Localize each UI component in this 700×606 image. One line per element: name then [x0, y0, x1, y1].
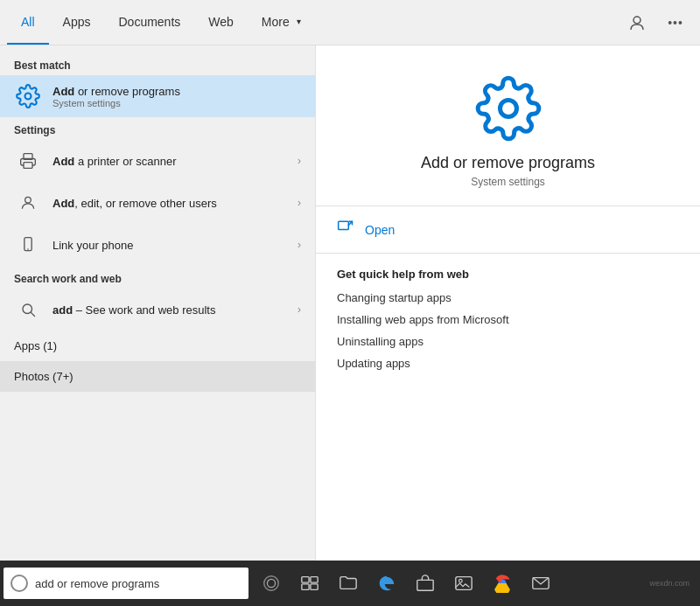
phone-chevron: › [298, 239, 301, 251]
task-view-icon [300, 574, 319, 593]
chrome-icon [493, 574, 512, 593]
taskbar-chrome[interactable] [483, 561, 522, 606]
taskbar-store[interactable] [406, 561, 444, 606]
tab-web[interactable]: Web [194, 0, 248, 45]
right-panel: Add or remove programs System settings O… [315, 45, 700, 561]
quick-help-title: Get quick help from web [337, 268, 679, 281]
svg-point-10 [267, 579, 275, 587]
best-match-bold: Add [52, 85, 74, 98]
phone-text: Link your phone [52, 239, 298, 252]
search-work-label: Search work and web [0, 266, 315, 289]
svg-point-3 [25, 197, 32, 203]
app-subtitle: System settings [471, 176, 545, 188]
taskbar-cortana[interactable] [252, 561, 290, 606]
svg-rect-14 [311, 584, 318, 589]
phone-icon [14, 231, 42, 259]
photos-icon [454, 574, 473, 593]
svg-rect-15 [417, 580, 433, 590]
search-circle-icon [10, 575, 28, 592]
best-match-subtitle: System settings [52, 98, 301, 108]
more-icon-btn[interactable]: ••• [658, 5, 693, 40]
chevron-down-icon: ▾ [297, 17, 301, 26]
nav-right-actions: ••• [620, 5, 693, 40]
users-bold: Add [52, 197, 74, 210]
tab-apps[interactable]: Apps [49, 0, 105, 45]
taskbar-edge[interactable] [368, 561, 406, 606]
quick-help-link-3[interactable]: Updating apps [337, 357, 679, 370]
open-icon [337, 219, 354, 240]
store-icon [416, 574, 435, 593]
gear-icon-small [14, 82, 42, 110]
search-work-chevron: › [298, 303, 301, 316]
tab-documents-label: Documents [118, 15, 180, 29]
best-match-rest: or remove programs [74, 85, 180, 98]
settings-printer[interactable]: Add a printer or scanner › [0, 140, 315, 182]
search-work-bold: add [52, 303, 73, 317]
cortana-icon [262, 574, 281, 593]
user-icon [14, 189, 42, 217]
taskbar: add or remove programs [0, 561, 700, 606]
svg-rect-16 [456, 577, 472, 590]
category-photos-label: Photos (7+) [14, 370, 74, 383]
taskbar-mail[interactable] [522, 561, 560, 606]
users-rest: , edit, or remove other users [74, 197, 217, 210]
tab-apps-label: Apps [63, 15, 91, 29]
quick-help-link-2[interactable]: Uninstalling apps [337, 335, 679, 348]
taskbar-file-explorer[interactable] [329, 561, 368, 606]
search-work-text-el: add – See work and web results [52, 303, 298, 317]
svg-rect-8 [339, 221, 349, 229]
svg-point-5 [27, 248, 29, 250]
svg-point-17 [459, 579, 463, 582]
best-match-label: Best match [0, 52, 315, 75]
person-icon [629, 15, 645, 31]
open-button[interactable]: Open [316, 206, 700, 254]
top-nav: All Apps Documents Web More ▾ ••• [0, 0, 700, 45]
tab-web-label: Web [208, 15, 234, 29]
quick-help-link-0[interactable]: Changing startup apps [337, 291, 679, 304]
svg-rect-2 [24, 163, 32, 169]
tab-more[interactable]: More ▾ [248, 0, 315, 45]
search-bar-text: add or remove programs [35, 577, 159, 590]
ellipsis-icon: ••• [668, 16, 683, 30]
file-explorer-icon [339, 574, 358, 593]
app-info: Add or remove programs System settings [316, 45, 700, 206]
quick-help-link-1[interactable]: Installing web apps from Microsoft [337, 313, 679, 326]
svg-rect-12 [311, 577, 318, 582]
best-match-text: Add or remove programs System settings [52, 85, 301, 108]
app-title: Add or remove programs [421, 154, 595, 172]
svg-rect-13 [302, 584, 309, 589]
tab-documents[interactable]: Documents [104, 0, 194, 45]
category-apps-label: Apps (1) [14, 339, 57, 352]
watermark: wexdn.com [649, 578, 690, 589]
printer-icon [14, 147, 42, 175]
settings-users[interactable]: Add, edit, or remove other users › [0, 182, 315, 224]
search-work-rest: – See work and web results [73, 303, 215, 317]
settings-phone[interactable]: Link your phone › [0, 224, 315, 266]
taskbar-photos[interactable] [444, 561, 483, 606]
taskbar-task-view[interactable] [290, 561, 329, 606]
quick-help-section: Get quick help from web Changing startup… [316, 254, 700, 393]
gear-icon-large [473, 73, 543, 143]
left-panel: Best match Add or remove programs System… [0, 45, 315, 561]
printer-text: Add a printer or scanner [52, 155, 298, 168]
tab-more-label: More [262, 15, 290, 29]
printer-title: Add a printer or scanner [52, 155, 298, 168]
category-photos[interactable]: Photos (7+) [0, 361, 315, 392]
printer-chevron: › [298, 155, 301, 167]
taskbar-clock: wexdn.com [649, 578, 696, 589]
taskbar-search[interactable]: add or remove programs [4, 568, 248, 599]
settings-label: Settings [0, 117, 315, 140]
phone-title: Link your phone [52, 239, 298, 252]
search-work-item[interactable]: add – See work and web results › [0, 289, 315, 331]
tab-all-label: All [21, 15, 35, 29]
search-icon-small [14, 296, 42, 324]
best-match-title: Add or remove programs [52, 85, 301, 98]
best-match-item[interactable]: Add or remove programs System settings [0, 75, 315, 117]
users-text: Add, edit, or remove other users [52, 197, 298, 210]
person-icon-btn[interactable] [620, 5, 654, 40]
search-work-title: add – See work and web results [52, 303, 298, 317]
edge-icon [377, 574, 396, 593]
category-apps[interactable]: Apps (1) [0, 331, 315, 361]
svg-point-0 [634, 17, 640, 24]
tab-all[interactable]: All [7, 0, 49, 45]
